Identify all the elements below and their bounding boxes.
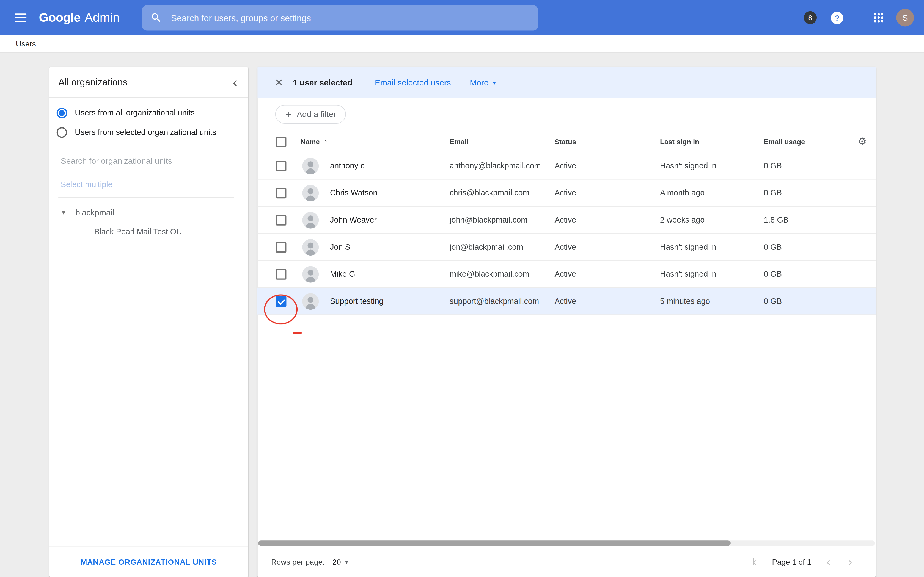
breadcrumb-users[interactable]: Users: [16, 40, 36, 48]
user-name[interactable]: John Weaver: [330, 215, 377, 224]
horizontal-scrollbar[interactable]: [258, 540, 876, 546]
organizations-panel: All organizations ‹ Users from all organ…: [50, 67, 248, 577]
user-email: anthony@blackpmail.com: [450, 161, 554, 170]
row-checkbox[interactable]: [276, 188, 286, 198]
user-last-sign-in: Hasn't signed in: [660, 161, 764, 170]
select-multiple-link[interactable]: Select multiple: [61, 180, 248, 189]
column-email[interactable]: Email: [450, 137, 554, 146]
account-avatar[interactable]: S: [896, 9, 914, 26]
help-icon[interactable]: ?: [831, 11, 843, 24]
add-filter-label: Add a filter: [297, 110, 336, 119]
chevron-down-icon[interactable]: ▾: [62, 208, 70, 217]
user-email: john@blackpmail.com: [450, 215, 554, 224]
pagination-bar: Rows per page: 20 ▾ ‹ Page 1 of 1 ‹ ›: [257, 546, 876, 577]
user-email-usage: 0 GB: [764, 161, 849, 170]
google-admin-console: Google Admin 8 ? S Users All organizatio…: [0, 0, 924, 577]
user-name[interactable]: anthony c: [330, 161, 364, 170]
close-selection-icon[interactable]: ×: [275, 76, 283, 89]
user-name[interactable]: Jon S: [330, 243, 351, 251]
chevron-down-icon: ▾: [493, 79, 496, 86]
user-name[interactable]: Support testing: [330, 297, 384, 306]
user-status: Active: [554, 243, 660, 251]
row-checkbox[interactable]: [276, 214, 286, 225]
user-last-sign-in: Hasn't signed in: [660, 269, 764, 278]
ou-scope-radio-option[interactable]: Users from all organizational units: [57, 103, 248, 122]
row-checkbox[interactable]: [276, 269, 286, 279]
menu-icon[interactable]: [12, 11, 29, 24]
user-status: Active: [554, 215, 660, 224]
sort-ascending-icon[interactable]: ↑: [324, 137, 328, 146]
ou-tree-children: Black Pearl Mail Test OU: [50, 227, 248, 236]
brand-google: Google: [39, 11, 80, 25]
manage-ou-button[interactable]: MANAGE ORGANIZATIONAL UNITS: [50, 546, 248, 577]
topbar-actions: 8 ? S: [804, 9, 914, 26]
apps-grid-icon[interactable]: [874, 13, 883, 22]
table-row[interactable]: Chris Watson chris@blackpmail.com Active…: [257, 180, 876, 207]
ou-search-input[interactable]: [61, 156, 234, 171]
brand-admin: Admin: [85, 11, 120, 25]
user-avatar-icon: [302, 211, 319, 228]
collapse-panel-icon[interactable]: ‹: [228, 75, 242, 89]
selection-count: 1 user selected: [293, 78, 352, 87]
user-last-sign-in: 2 weeks ago: [660, 215, 764, 224]
notification-badge[interactable]: 8: [804, 11, 817, 24]
manage-columns-icon[interactable]: ⚙: [858, 137, 867, 147]
user-avatar-icon: [302, 158, 319, 174]
user-last-sign-in: Hasn't signed in: [660, 243, 764, 251]
users-panel: × 1 user selected Email selected users M…: [257, 67, 876, 577]
radio-label: Users from selected organizational units: [75, 128, 216, 137]
user-status: Active: [554, 161, 660, 170]
ou-tree-root[interactable]: ▾ blackpmail: [50, 206, 248, 219]
column-last-sign-in[interactable]: Last sign in: [660, 137, 764, 146]
table-row[interactable]: Jon S jon@blackpmail.com Active Hasn't s…: [257, 234, 876, 261]
more-menu[interactable]: More ▾: [470, 78, 496, 87]
rows-per-page-label: Rows per page:: [271, 557, 325, 566]
select-all-checkbox[interactable]: [276, 136, 286, 147]
user-email: support@blackpmail.com: [450, 297, 554, 306]
column-name[interactable]: Name: [300, 137, 320, 146]
email-selected-users-link[interactable]: Email selected users: [375, 78, 451, 87]
global-search[interactable]: [142, 5, 538, 30]
ou-tree-child[interactable]: Black Pearl Mail Test OU: [50, 227, 248, 236]
search-input[interactable]: [170, 12, 530, 23]
plus-icon: +: [285, 109, 291, 119]
user-name[interactable]: Mike G: [330, 269, 355, 278]
radio-icon[interactable]: [57, 108, 67, 118]
row-checkbox[interactable]: [276, 160, 286, 171]
more-label: More: [470, 78, 488, 87]
radio-label: Users from all organizational units: [75, 108, 195, 117]
table-row[interactable]: John Weaver john@blackpmail.com Active 2…: [257, 206, 876, 234]
user-email-usage: 1.8 GB: [764, 215, 849, 224]
table-row[interactable]: Mike G mike@blackpmail.com Active Hasn't…: [257, 261, 876, 288]
user-email-usage: 0 GB: [764, 297, 849, 306]
previous-page-icon[interactable]: ‹: [827, 556, 830, 568]
user-avatar-icon: [302, 266, 319, 282]
first-page-icon[interactable]: ‹: [753, 556, 757, 568]
user-email: jon@blackpmail.com: [450, 243, 554, 251]
ou-search: [61, 156, 234, 171]
user-name[interactable]: Chris Watson: [330, 189, 378, 197]
google-admin-logo[interactable]: Google Admin: [39, 11, 120, 25]
column-status[interactable]: Status: [554, 137, 660, 146]
selection-bar: × 1 user selected Email selected users M…: [257, 67, 876, 98]
ou-scope-options: Users from all organizational units User…: [50, 98, 248, 142]
divider: [58, 197, 234, 198]
add-filter-button[interactable]: + Add a filter: [275, 105, 346, 124]
ou-scope-radio-option[interactable]: Users from selected organizational units: [57, 122, 248, 142]
breadcrumb: Users: [0, 35, 924, 53]
radio-icon[interactable]: [57, 127, 67, 138]
user-email: chris@blackpmail.com: [450, 189, 554, 197]
table-row[interactable]: Support testing support@blackpmail.com A…: [257, 288, 876, 315]
rows-per-page-value: 20: [333, 557, 341, 566]
table-row[interactable]: anthony c anthony@blackpmail.com Active …: [257, 153, 876, 180]
user-status: Active: [554, 269, 660, 278]
row-checkbox[interactable]: [276, 296, 286, 307]
column-email-usage[interactable]: Email usage: [764, 137, 849, 146]
next-page-icon[interactable]: ›: [848, 556, 852, 568]
user-table-body: anthony c anthony@blackpmail.com Active …: [257, 153, 876, 315]
row-checkbox[interactable]: [276, 242, 286, 253]
organizations-panel-header: All organizations ‹: [50, 67, 248, 98]
ou-root-label: blackpmail: [75, 208, 115, 217]
scrollbar-thumb[interactable]: [258, 540, 731, 546]
rows-per-page-select[interactable]: 20 ▾: [333, 557, 349, 566]
